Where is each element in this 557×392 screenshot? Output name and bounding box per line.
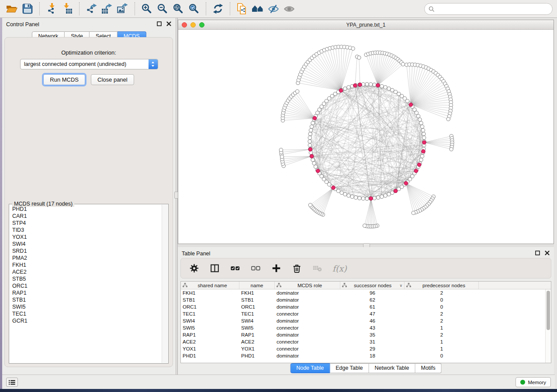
gear-button[interactable] xyxy=(189,263,199,274)
export-table-button[interactable] xyxy=(99,1,115,16)
zoom-fit-button[interactable] xyxy=(170,1,186,16)
criterion-value: largest connected component (undirected) xyxy=(21,61,149,67)
zoom-selected-button[interactable] xyxy=(186,1,202,16)
close-panel-button[interactable]: Close panel xyxy=(91,74,134,85)
mcds-result-item[interactable]: ORC1 xyxy=(10,282,162,289)
table-cell: connector xyxy=(275,310,340,317)
zoom-out-button[interactable] xyxy=(155,1,170,16)
tab-network-table[interactable]: Network Table xyxy=(369,363,415,373)
table-cell: TEC1 xyxy=(181,310,239,317)
open-folder-button[interactable] xyxy=(4,1,20,16)
mcds-result-item[interactable]: SWI5 xyxy=(10,303,162,310)
table-row[interactable]: RAP1RAP1dominator352 xyxy=(181,331,551,338)
delete-button[interactable] xyxy=(291,263,302,274)
close-table-panel-icon[interactable] xyxy=(544,250,550,256)
mcds-result-item[interactable]: SWI4 xyxy=(10,241,162,248)
copy-network-button[interactable] xyxy=(234,1,250,16)
select-all-button[interactable] xyxy=(230,263,240,274)
mcds-result-item[interactable]: GCR1 xyxy=(10,317,162,324)
run-mcds-button[interactable]: Run MCDS xyxy=(43,74,85,85)
table-cell: SWI5 xyxy=(181,324,239,331)
table-row[interactable]: ORC1ORC1dominator610 xyxy=(181,303,551,310)
table-cell: SWI4 xyxy=(181,317,239,324)
export-network-button[interactable] xyxy=(83,1,99,16)
column-header-shared-name[interactable]: shared name xyxy=(181,282,239,289)
table-cell: SWI5 xyxy=(239,324,275,331)
search-input[interactable] xyxy=(437,6,548,13)
table-cell: connector xyxy=(275,324,340,331)
toolbar-group xyxy=(0,2,39,15)
columns-button[interactable] xyxy=(209,263,220,274)
table-row[interactable]: PHD1PHD1dominator180 xyxy=(181,352,551,359)
column-header-MCDS-role[interactable]: MCDS role xyxy=(275,282,340,289)
hide-selected-button[interactable] xyxy=(266,1,281,16)
table-row[interactable]: ACE2ACE2connector311 xyxy=(181,338,551,345)
import-network-button[interactable] xyxy=(44,1,59,16)
mcds-result-item[interactable]: TID3 xyxy=(10,227,162,234)
mcds-result-groupbox: MCDS result (17 nodes) PHD1CAR1STP4TID3Y… xyxy=(9,204,169,364)
desktop-wallpaper-bottom xyxy=(0,389,557,392)
table-scrollbar-thumb[interactable] xyxy=(547,291,550,330)
mcds-result-item[interactable]: STP4 xyxy=(10,220,162,227)
network-window-titlebar[interactable]: YPA_prune.txt_1 xyxy=(178,20,554,30)
mcds-result-item[interactable]: PMA2 xyxy=(10,254,162,261)
mcds-result-item[interactable]: YOX1 xyxy=(10,234,162,241)
control-panel: Control Panel NetworkStyleSelectMCDS Opt… xyxy=(2,18,176,375)
mcds-result-item[interactable]: STB1 xyxy=(10,296,162,303)
table-row[interactable]: TEC1TEC1connector472 xyxy=(181,310,551,317)
table-row[interactable]: FKH1FKH1dominator962 xyxy=(181,289,551,296)
mcds-list-scrollbar[interactable] xyxy=(162,205,168,363)
refresh-button[interactable] xyxy=(210,1,226,16)
add-button[interactable] xyxy=(271,263,281,274)
task-history-button[interactable] xyxy=(6,378,18,387)
mcds-result-item[interactable]: TEC1 xyxy=(10,310,162,317)
dropdown-stepper-icon xyxy=(149,59,158,69)
zoom-in-button[interactable] xyxy=(139,1,155,16)
network-graph[interactable] xyxy=(178,30,554,244)
float-table-panel-icon[interactable] xyxy=(535,250,540,256)
table-cell: 35 xyxy=(340,331,405,338)
mcds-result-item[interactable]: STB5 xyxy=(10,275,162,282)
table-scrollbar[interactable] xyxy=(545,289,551,363)
show-all-button[interactable] xyxy=(281,1,297,16)
tab-motifs[interactable]: Motifs xyxy=(415,363,441,373)
tab-edge-table[interactable]: Edge Table xyxy=(330,363,369,373)
table-cell: ORC1 xyxy=(181,303,239,310)
toolbar-group xyxy=(39,2,79,15)
float-panel-icon[interactable] xyxy=(156,21,162,27)
table-cell: 46 xyxy=(340,317,405,324)
node-table: shared namenameMCDS rolesuccessor nodes∨… xyxy=(180,281,551,363)
horizontal-splitter[interactable] xyxy=(178,244,554,247)
mcds-result-item[interactable]: ACE2 xyxy=(10,268,162,275)
export-image-button[interactable] xyxy=(115,1,131,16)
search-box[interactable] xyxy=(424,3,553,15)
mcds-result-item[interactable]: RAP1 xyxy=(10,289,162,296)
table-cell: 43 xyxy=(340,324,405,331)
memory-status-icon xyxy=(520,380,525,385)
mcds-result-item[interactable]: CAR1 xyxy=(10,213,162,220)
network-canvas[interactable] xyxy=(178,30,554,244)
mcds-result-item[interactable]: SRD1 xyxy=(10,248,162,254)
deselect-all-button[interactable] xyxy=(250,263,261,274)
table-cell: 2 xyxy=(405,310,479,317)
table-row[interactable]: STB1STB1dominator620 xyxy=(181,296,551,303)
mcds-result-item[interactable]: FKH1 xyxy=(10,261,162,268)
table-row[interactable]: SWI4SWI4dominator462 xyxy=(181,317,551,324)
close-panel-icon[interactable] xyxy=(166,21,172,27)
tab-node-table[interactable]: Node Table xyxy=(290,363,330,373)
table-row[interactable]: YOX1YOX1connector291 xyxy=(181,345,551,352)
table-cell: RAP1 xyxy=(239,331,275,338)
import-table-button[interactable] xyxy=(59,1,75,16)
column-header-successor-nodes[interactable]: successor nodes∨ xyxy=(340,282,405,289)
table-cell: ACE2 xyxy=(239,338,275,345)
column-header-predecessor-nodes[interactable]: predecessor nodes xyxy=(405,282,479,289)
table-row[interactable]: SWI5SWI5connector431 xyxy=(181,324,551,331)
column-header-name[interactable]: name xyxy=(239,282,275,289)
mcds-result-list[interactable]: PHD1CAR1STP4TID3YOX1SWI4SRD1PMA2FKH1ACE2… xyxy=(10,206,162,363)
save-button[interactable] xyxy=(20,1,35,16)
memory-button[interactable]: Memory xyxy=(515,377,551,387)
first-neighbors-button[interactable] xyxy=(250,1,266,16)
mcds-result-item[interactable]: PHD1 xyxy=(10,206,162,213)
criterion-dropdown[interactable]: largest connected component (undirected) xyxy=(20,59,158,69)
function-builder-button: f(x) xyxy=(332,263,347,274)
